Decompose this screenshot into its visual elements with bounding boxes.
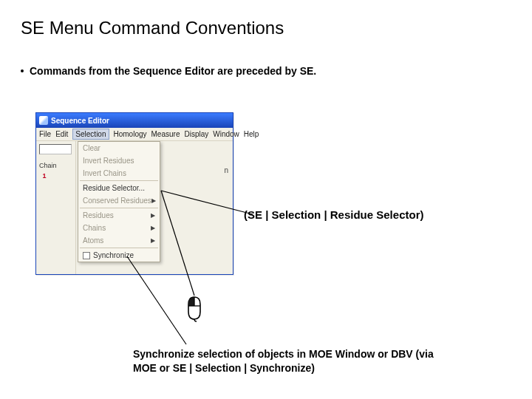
window-body: Chain 1 n Clear Invert Residues Invert C…: [36, 141, 233, 274]
selection-menu-dropdown: Clear Invert Residues Invert Chains Resi…: [78, 141, 160, 262]
bullet-text: Commands from the Sequence Editor are pr…: [30, 65, 316, 77]
submenu-arrow-icon: ▶: [151, 237, 155, 244]
bullet-dot-icon: [21, 69, 24, 72]
window-title: Sequence Editor: [51, 117, 109, 125]
menu-item-conserved-residues[interactable]: Conserved Residues▶: [78, 194, 160, 207]
menu-selection[interactable]: Selection: [72, 129, 109, 140]
menu-item-residues[interactable]: Residues▶: [78, 209, 160, 222]
menu-item-synchronize[interactable]: Synchronize: [78, 249, 160, 262]
synchronize-label: Synchronize: [93, 251, 134, 259]
chain-1[interactable]: 1: [39, 171, 50, 181]
slide-title: SE Menu Command Conventions: [21, 18, 284, 38]
menu-separator: [80, 248, 158, 248]
submenu-arrow-icon: ▶: [151, 197, 156, 204]
menu-item-chains[interactable]: Chains▶: [78, 222, 160, 234]
left-panel: Chain 1: [36, 141, 76, 274]
menubar: File Edit Selection Homology Measure Dis…: [36, 128, 233, 141]
sequence-editor-icon: [39, 116, 48, 125]
menu-item-residue-selector[interactable]: Residue Selector...: [78, 182, 160, 194]
menu-item-clear[interactable]: Clear: [78, 142, 160, 154]
menu-display[interactable]: Display: [184, 130, 208, 138]
sequence-editor-window: Sequence Editor File Edit Selection Homo…: [35, 112, 233, 275]
submenu-arrow-icon: ▶: [151, 225, 155, 231]
menu-homology[interactable]: Homology: [114, 130, 147, 138]
menu-edit[interactable]: Edit: [55, 130, 68, 138]
chain-label: Chain: [39, 162, 72, 169]
menu-item-invert-residues[interactable]: Invert Residues: [78, 154, 160, 167]
titlebar: Sequence Editor: [36, 113, 233, 128]
annotation-synchronize: Synchronize selection of objects in MOE …: [133, 347, 443, 375]
sequence-input[interactable]: [39, 144, 72, 154]
menu-item-invert-chains[interactable]: Invert Chains: [78, 167, 160, 180]
menu-separator: [80, 208, 158, 208]
mouse-icon: [185, 296, 203, 322]
annotation-menu-path: (SE | Selection | Residue Selector): [244, 208, 423, 221]
bullet-row: Commands from the Sequence Editor are pr…: [21, 65, 316, 77]
checkbox-icon[interactable]: [83, 252, 90, 259]
body-glyph: n: [224, 166, 228, 174]
menu-window[interactable]: Window: [213, 130, 239, 138]
menu-file[interactable]: File: [39, 130, 51, 138]
menu-separator: [80, 180, 158, 181]
menu-help[interactable]: Help: [244, 130, 259, 138]
submenu-arrow-icon: ▶: [151, 212, 155, 219]
menu-measure[interactable]: Measure: [151, 130, 180, 138]
menu-item-atoms[interactable]: Atoms▶: [78, 234, 160, 247]
